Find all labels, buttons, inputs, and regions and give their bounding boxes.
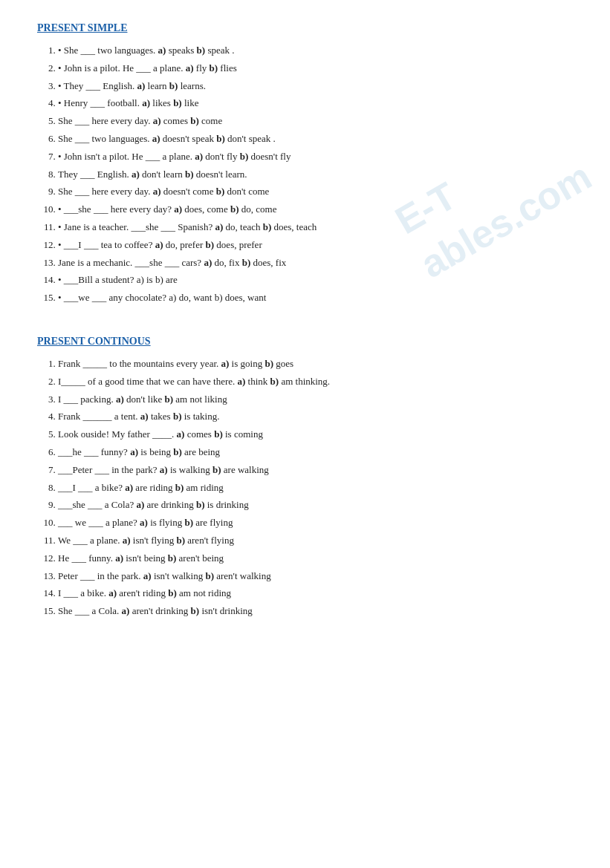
- list-item: I ___ packing. a) don't like b) am not l…: [58, 392, 573, 408]
- list-item: Jane is a teacher. ___she ___ Spanish? a…: [58, 220, 573, 235]
- list-item: I ___ a bike. a) aren't riding b) am not…: [58, 586, 573, 601]
- list-item: They ___ English. a) don't learn b) does…: [58, 167, 573, 183]
- bullet-icon: [58, 80, 64, 91]
- bullet-icon: [58, 151, 64, 162]
- list-item: I_____ of a good time that we can have t…: [58, 374, 573, 390]
- list-item: Peter ___ in the park. a) isn't walking …: [58, 569, 573, 584]
- section-title-present-simple: PRESENT SIMPLE: [37, 22, 573, 34]
- list-item: ___I ___ a bike? a) are riding b) am rid…: [58, 480, 573, 496]
- bullet-icon: [58, 45, 64, 56]
- list-item: We ___ a plane. a) isn't flying b) aren'…: [58, 533, 573, 549]
- list-item: ___I ___ tea to coffee? a) do, prefer b)…: [58, 238, 573, 253]
- exercise-list-present-simple: She ___ two languages. a) speaks b) spea…: [37, 43, 573, 306]
- list-item: John isn't a pilot. He ___ a plane. a) d…: [58, 149, 573, 165]
- list-item: Frank ______ a tent. a) takes b) is taki…: [58, 409, 573, 425]
- list-item: ___Bill a student? a) is b) are: [58, 273, 573, 288]
- bullet-icon: [58, 239, 64, 250]
- bullet-icon: [58, 203, 64, 215]
- list-item: ___Peter ___ in the park? a) is walking …: [58, 463, 573, 478]
- list-item: Henry ___ football. a) likes b) like: [58, 96, 573, 111]
- list-item: She ___ a Cola. a) aren't drinking b) is…: [58, 604, 573, 619]
- section-title-present-continuous: PRESENT CONTINOUS: [37, 336, 573, 347]
- section-present-continuous: PRESENT CONTINOUSFrank _____ to the moun…: [37, 336, 573, 619]
- list-item: She ___ here every day. a) comes b) come: [58, 114, 573, 129]
- list-item: ___he ___ funny? a) is being b) are bein…: [58, 445, 573, 460]
- list-item: They ___ English. a) learn b) learns.: [58, 79, 573, 94]
- list-item: She ___ two languages. a) doesn't speak …: [58, 131, 573, 147]
- bullet-icon: [58, 97, 64, 108]
- list-item: ___she ___ here every day? a) does, come…: [58, 202, 573, 218]
- list-item: Look ouside! My father ____. a) comes b)…: [58, 427, 573, 443]
- bullet-icon: [58, 274, 64, 285]
- list-item: He ___ funny. a) isn't being b) aren't b…: [58, 551, 573, 567]
- list-item: ___we ___ any chocolate? a) do, want b) …: [58, 290, 573, 306]
- exercise-list-present-continuous: Frank _____ to the mountains every year.…: [37, 356, 573, 619]
- bullet-icon: [58, 292, 64, 303]
- list-item: John is a pilot. He ___ a plane. a) fly …: [58, 61, 573, 76]
- bullet-icon: [58, 221, 64, 232]
- list-item: She ___ here every day. a) doesn't come …: [58, 184, 573, 200]
- section-present-simple: PRESENT SIMPLEShe ___ two languages. a) …: [37, 22, 573, 306]
- bullet-icon: [58, 62, 64, 74]
- list-item: She ___ two languages. a) speaks b) spea…: [58, 43, 573, 59]
- list-item: ___ we ___ a plane? a) is flying b) are …: [58, 515, 573, 531]
- list-item: Frank _____ to the mountains every year.…: [58, 356, 573, 372]
- list-item: ___she ___ a Cola? a) are drinking b) is…: [58, 497, 573, 513]
- list-item: Jane is a mechanic. ___she ___ cars? a) …: [58, 255, 573, 271]
